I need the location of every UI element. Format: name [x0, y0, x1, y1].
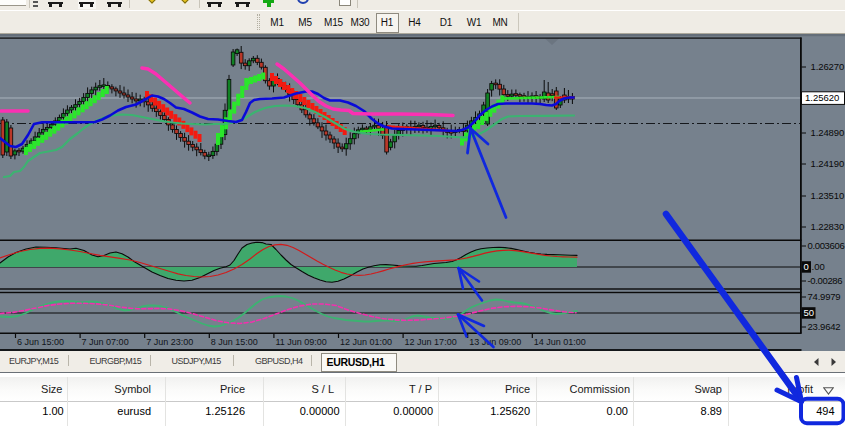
svg-text:8 Jun 15:00: 8 Jun 15:00 [211, 337, 258, 347]
svg-text:12 Jun 01:00: 12 Jun 01:00 [340, 337, 392, 347]
svg-text:1.24890: 1.24890 [811, 127, 845, 138]
svg-text:1.25620: 1.25620 [805, 92, 839, 103]
svg-text:74.9979: 74.9979 [808, 291, 841, 302]
svg-text:7 Jun 07:00: 7 Jun 07:00 [82, 337, 129, 347]
svg-text:1.26270: 1.26270 [811, 61, 845, 72]
svg-text:.00: .00 [812, 261, 825, 272]
svg-text:23.9642: 23.9642 [808, 321, 841, 332]
svg-text:1.24190: 1.24190 [811, 158, 845, 169]
svg-text:0.003606: 0.003606 [808, 240, 845, 251]
svg-text:7 Jun 23:00: 7 Jun 23:00 [146, 337, 193, 347]
svg-text:6 Jun 15:00: 6 Jun 15:00 [17, 337, 64, 347]
svg-text:13 Jun 09:00: 13 Jun 09:00 [469, 337, 521, 347]
svg-text:0: 0 [804, 261, 809, 272]
svg-text:-0.00286: -0.00286 [808, 275, 843, 286]
svg-text:14 Jun 01:00: 14 Jun 01:00 [534, 337, 586, 347]
svg-text:12 Jun 17:00: 12 Jun 17:00 [405, 337, 457, 347]
svg-text:1.22830: 1.22830 [811, 221, 845, 232]
svg-text:50: 50 [804, 307, 815, 318]
svg-text:1.23510: 1.23510 [811, 190, 845, 201]
svg-text:11 Jun 09:00: 11 Jun 09:00 [275, 337, 326, 347]
